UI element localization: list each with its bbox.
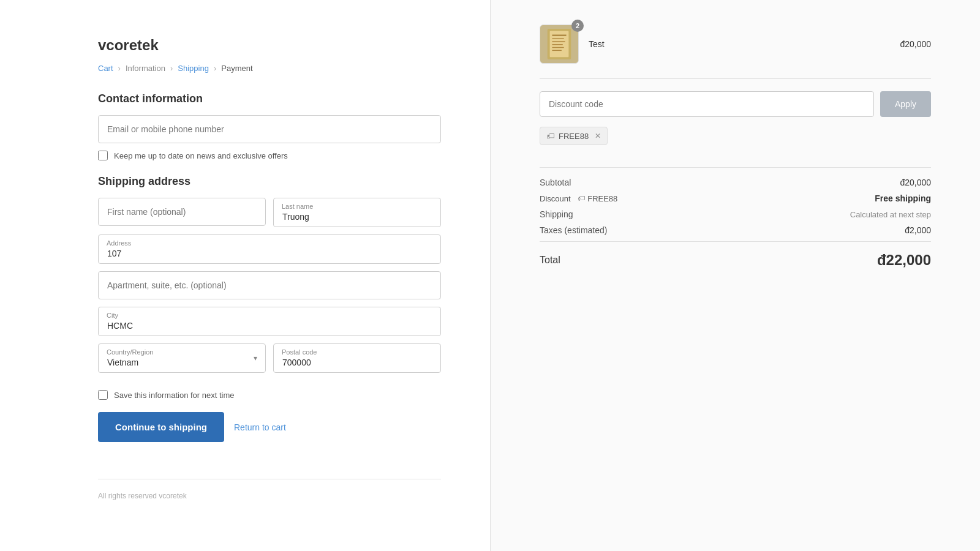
discount-label-group: Discount 🏷 FREE88 bbox=[540, 194, 617, 203]
city-field: City bbox=[98, 307, 441, 336]
email-field-wrapper bbox=[98, 115, 441, 143]
apartment-field bbox=[98, 271, 441, 299]
shipping-row: Shipping Calculated at next step bbox=[540, 209, 931, 219]
apply-discount-button[interactable]: Apply bbox=[880, 91, 931, 117]
right-panel: 2 Test đ20,000 Apply 🏷 FREE88 ✕ Subtotal… bbox=[490, 0, 980, 551]
svg-rect-7 bbox=[552, 50, 561, 51]
product-badge: 2 bbox=[571, 20, 584, 32]
svg-rect-3 bbox=[552, 38, 564, 39]
shipping-section-title: Shipping address bbox=[98, 175, 441, 188]
left-panel: vcoretek Cart › Information › Shipping ›… bbox=[0, 0, 490, 551]
svg-rect-5 bbox=[552, 44, 562, 45]
last-name-field: Last name bbox=[273, 198, 441, 227]
discount-code-badge: FREE88 bbox=[587, 194, 617, 203]
breadcrumb-payment: Payment bbox=[221, 64, 252, 73]
product-name: Test bbox=[589, 39, 890, 49]
store-name: vcoretek bbox=[98, 37, 441, 54]
coupon-code: FREE88 bbox=[559, 132, 589, 141]
chevron-icon-1: › bbox=[118, 64, 121, 73]
chevron-icon-2: › bbox=[170, 64, 173, 73]
total-value: đ22,000 bbox=[877, 252, 931, 269]
subtotal-label: Subtotal bbox=[540, 178, 571, 187]
total-label: Total bbox=[540, 255, 560, 266]
subtotal-row: Subtotal đ20,000 bbox=[540, 178, 931, 187]
product-image-wrapper: 2 bbox=[540, 24, 579, 64]
country-select[interactable]: Vietnam bbox=[98, 343, 266, 373]
footer-text: All rights reserved vcoretek bbox=[98, 479, 441, 500]
shipping-value: Calculated at next step bbox=[850, 210, 931, 219]
discount-tag-icon: 🏷 bbox=[578, 194, 585, 203]
postal-input[interactable] bbox=[273, 343, 441, 373]
discount-label-text: Discount bbox=[540, 194, 571, 203]
svg-rect-2 bbox=[552, 35, 566, 36]
order-item: 2 Test đ20,000 bbox=[540, 24, 931, 79]
chevron-icon-3: › bbox=[214, 64, 216, 73]
country-field: Country/Region Vietnam bbox=[98, 343, 266, 373]
taxes-value: đ2,000 bbox=[905, 225, 931, 235]
shipping-label: Shipping bbox=[540, 209, 573, 219]
remove-coupon-button[interactable]: ✕ bbox=[595, 132, 601, 140]
postal-field: Postal code bbox=[273, 343, 441, 373]
discount-code-input[interactable] bbox=[540, 91, 874, 117]
save-info-row: Save this information for next time bbox=[98, 390, 441, 400]
product-image bbox=[540, 24, 579, 64]
tag-icon: 🏷 bbox=[546, 131, 555, 141]
product-price: đ20,000 bbox=[900, 39, 931, 49]
return-to-cart-button[interactable]: Return to cart bbox=[234, 422, 286, 432]
address-field: Address bbox=[98, 234, 441, 264]
first-name-field bbox=[98, 198, 266, 227]
apartment-input[interactable] bbox=[98, 271, 441, 299]
discount-summary-row: Discount 🏷 FREE88 Free shipping bbox=[540, 193, 931, 203]
name-row: Last name bbox=[98, 198, 441, 234]
breadcrumb-shipping[interactable]: Shipping bbox=[178, 64, 209, 73]
address-input[interactable] bbox=[98, 234, 441, 264]
country-postal-row: Country/Region Vietnam Postal code bbox=[98, 343, 441, 380]
contact-section-title: Contact information bbox=[98, 92, 441, 105]
summary-divider-1 bbox=[540, 167, 931, 168]
discount-row: Apply bbox=[540, 91, 931, 117]
subtotal-value: đ20,000 bbox=[900, 178, 931, 187]
save-info-label[interactable]: Save this information for next time bbox=[114, 391, 235, 400]
newsletter-checkbox[interactable] bbox=[98, 151, 108, 160]
breadcrumb-cart[interactable]: Cart bbox=[98, 64, 113, 73]
form-actions: Continue to shipping Return to cart bbox=[98, 412, 441, 442]
newsletter-row: Keep me up to date on news and exclusive… bbox=[98, 151, 441, 160]
newsletter-label[interactable]: Keep me up to date on news and exclusive… bbox=[114, 151, 288, 160]
product-thumbnail-svg bbox=[547, 29, 571, 59]
first-name-input[interactable] bbox=[98, 198, 266, 226]
total-row: Total đ22,000 bbox=[540, 241, 931, 269]
svg-rect-4 bbox=[552, 41, 565, 42]
continue-to-shipping-button[interactable]: Continue to shipping bbox=[98, 412, 224, 442]
coupon-tag: 🏷 FREE88 ✕ bbox=[540, 127, 608, 145]
taxes-label: Taxes (estimated) bbox=[540, 225, 607, 235]
breadcrumb: Cart › Information › Shipping › Payment bbox=[98, 64, 441, 73]
city-input[interactable] bbox=[98, 307, 441, 336]
save-info-checkbox[interactable] bbox=[98, 390, 108, 400]
taxes-row: Taxes (estimated) đ2,000 bbox=[540, 225, 931, 235]
discount-value: Free shipping bbox=[875, 193, 931, 203]
email-input[interactable] bbox=[98, 115, 441, 143]
breadcrumb-information: Information bbox=[126, 64, 165, 73]
svg-rect-6 bbox=[552, 47, 564, 48]
last-name-input[interactable] bbox=[273, 198, 441, 227]
